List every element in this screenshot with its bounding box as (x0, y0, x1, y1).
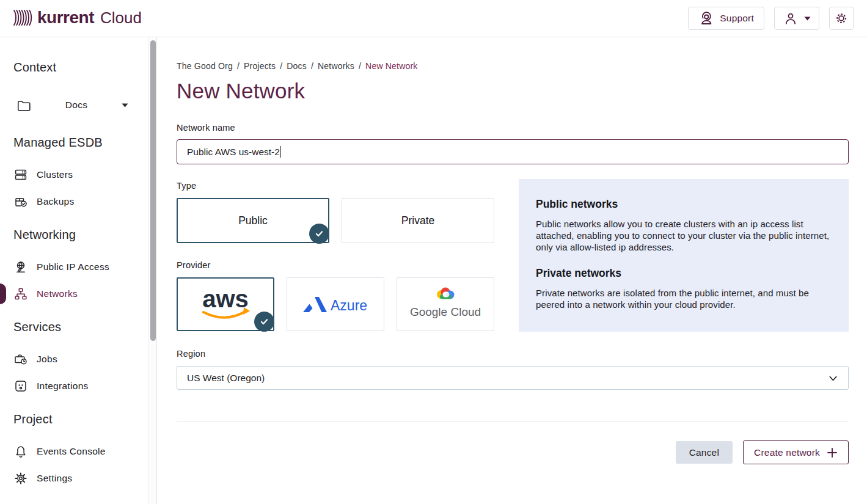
type-option-public[interactable]: Public (177, 198, 329, 243)
jobs-icon (13, 352, 28, 367)
context-project-value: Docs (31, 100, 122, 111)
sidebar-item-public-ip-access[interactable]: Public IP Access (13, 258, 109, 276)
sidebar-item-events-console[interactable]: Events Console (13, 443, 106, 460)
network-types-info-panel: Public networks Public networks allow yo… (519, 179, 849, 332)
sidebar-item-integrations[interactable]: Integrations (13, 378, 89, 395)
region-value: US West (Oregon) (187, 373, 265, 384)
page-title: New Network (177, 79, 305, 103)
bell-icon (13, 444, 28, 459)
breadcrumb-projects[interactable]: Projects (244, 61, 276, 71)
provider-label: Provider (177, 260, 211, 270)
sidebar-item-jobs[interactable]: Jobs (13, 351, 57, 368)
app-header: kurrent Cloud Support (0, 0, 867, 37)
text-cursor (280, 146, 282, 158)
form-divider (177, 422, 849, 422)
breadcrumb-org[interactable]: The Good Org (177, 61, 233, 71)
create-network-button[interactable]: Create network (743, 440, 849, 464)
sidebar: Context Docs Managed ESDB (0, 37, 157, 504)
chevron-down-icon (828, 373, 838, 384)
sidebar-heading-services: Services (13, 320, 61, 334)
google-cloud-logo: Google Cloud (409, 287, 481, 322)
support-label: Support (720, 13, 754, 24)
sidebar-heading-networking: Networking (13, 228, 76, 242)
breadcrumb: The Good Org/Projects/Docs/Networks/New … (177, 61, 418, 71)
kurrent-cloud-logo[interactable]: kurrent Cloud (12, 6, 142, 29)
region-label: Region (177, 349, 205, 359)
network-name-label: Network name (177, 123, 235, 133)
kurrent-logo-mark-icon (12, 6, 32, 29)
breadcrumb-networks[interactable]: Networks (318, 61, 354, 71)
sidebar-item-settings[interactable]: Settings (13, 470, 72, 487)
sidebar-heading-managed-esdb: Managed ESDB (13, 136, 103, 150)
networks-icon (13, 287, 28, 301)
support-button[interactable]: Support (688, 7, 764, 30)
sun-icon (834, 11, 849, 26)
network-name-input[interactable]: Public AWS us-west-2 (177, 139, 849, 164)
svg-text:aws: aws (202, 285, 249, 312)
integrations-icon (13, 379, 28, 393)
info-heading-public: Public networks (536, 198, 832, 211)
context-project-selector[interactable]: Docs (16, 96, 128, 114)
svg-text:Azure: Azure (331, 298, 367, 313)
plus-icon (827, 447, 838, 458)
region-select[interactable]: US West (Oregon) (177, 366, 849, 390)
provider-option-google-cloud[interactable]: Google Cloud (397, 277, 494, 331)
type-option-private[interactable]: Private (342, 198, 494, 243)
azure-logo: Azure (301, 295, 370, 313)
folder-icon (16, 98, 31, 113)
provider-option-aws[interactable]: aws (177, 277, 274, 331)
logo-suffix-text: Cloud (100, 9, 142, 27)
gear-icon (13, 471, 28, 486)
user-icon (783, 10, 799, 26)
main-content: The Good Org/Projects/Docs/Networks/New … (157, 37, 867, 504)
svg-text:Google Cloud: Google Cloud (410, 305, 481, 318)
active-item-indicator (0, 283, 6, 304)
aws-logo: aws (194, 285, 257, 323)
form-actions: Cancel Create network (177, 440, 849, 464)
provider-option-azure[interactable]: Azure (287, 277, 384, 331)
breadcrumb-project-docs[interactable]: Docs (287, 61, 307, 71)
selected-check-icon (309, 224, 329, 244)
sidebar-item-networks[interactable]: Networks (13, 285, 78, 302)
sidebar-item-backups[interactable]: Backups (13, 193, 75, 210)
public-ip-access-icon (13, 260, 28, 274)
selected-check-icon (254, 312, 274, 332)
theme-toggle-button[interactable] (829, 7, 854, 30)
info-body-private: Private networks are isolated from the p… (536, 287, 832, 310)
sidebar-heading-project: Project (13, 412, 53, 426)
sidebar-item-clusters[interactable]: Clusters (13, 166, 73, 183)
header-actions: Support (688, 7, 854, 30)
network-name-value: Public AWS us-west-2 (187, 147, 280, 158)
cancel-button[interactable]: Cancel (676, 441, 733, 464)
sidebar-heading-context: Context (13, 60, 56, 75)
breadcrumb-current: New Network (365, 61, 417, 71)
chevron-down-icon (122, 103, 128, 108)
chevron-down-icon (804, 16, 811, 21)
info-body-public: Public networks allow you to create clus… (536, 218, 832, 253)
backups-icon (13, 194, 28, 209)
logo-brand-text: kurrent (37, 8, 94, 27)
clusters-icon (13, 167, 28, 182)
sidebar-scrollbar-track (148, 37, 156, 504)
info-heading-private: Private networks (536, 267, 832, 280)
account-menu-button[interactable] (774, 7, 819, 30)
type-label: Type (177, 181, 196, 191)
support-headset-icon (698, 10, 714, 26)
sidebar-scrollbar-thumb[interactable] (150, 40, 156, 341)
